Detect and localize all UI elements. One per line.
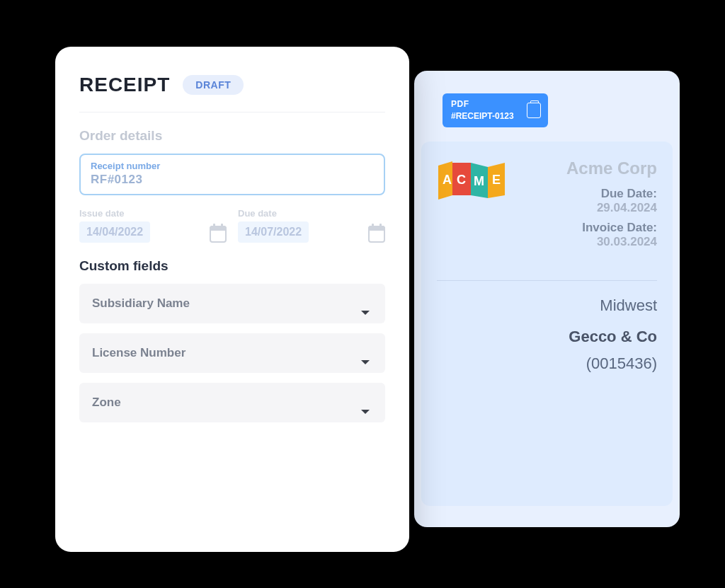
due-date-input[interactable]: Due date 14/07/2022 [238, 208, 385, 243]
pdf-type-label: PDF [451, 99, 514, 110]
due-date-label: Due date [238, 208, 309, 219]
svg-text:E: E [492, 173, 501, 187]
receipt-form-card: RECEIPT DRAFT Order details Receipt numb… [55, 47, 409, 552]
preview-client-name: Gecco & Co [437, 328, 657, 346]
page-title: RECEIPT [79, 74, 170, 96]
calendar-icon[interactable] [210, 226, 227, 243]
chevron-down-icon [361, 360, 370, 364]
preview-invoice-date-value: 30.03.2024 [520, 235, 657, 249]
preview-due-date-value: 29.04.2024 [520, 201, 657, 215]
license-select-label: License Number [92, 346, 185, 359]
subsidiary-select[interactable]: Subsidiary Name [79, 284, 385, 323]
svg-text:C: C [457, 173, 466, 187]
pdf-filename: #RECEIPT-0123 [451, 111, 514, 122]
issue-date-input[interactable]: Issue date 14/04/2022 [79, 208, 227, 243]
calendar-icon[interactable] [368, 226, 385, 243]
pdf-file-chip[interactable]: PDF #RECEIPT-0123 [443, 93, 548, 127]
due-date-value: 14/07/2022 [238, 221, 309, 243]
preview-region: Midwest [437, 296, 657, 315]
preview-client-id: (0015436) [437, 354, 657, 373]
preview-due-date-label: Due Date: [520, 187, 657, 201]
document-preview-body: A C M E Acme Corp Due Date: 29.04.2024 I… [421, 142, 673, 506]
zone-select-label: Zone [92, 396, 121, 409]
subsidiary-select-label: Subsidiary Name [92, 296, 190, 310]
license-select[interactable]: License Number [79, 333, 385, 373]
status-badge: DRAFT [183, 75, 244, 95]
preview-company-name: Acme Corp [520, 158, 657, 178]
svg-text:M: M [474, 174, 484, 188]
order-details-heading: Order details [79, 128, 385, 144]
trash-icon[interactable] [527, 103, 541, 118]
issue-date-value: 14/04/2022 [79, 221, 150, 243]
acme-logo: A C M E [437, 158, 508, 204]
receipt-number-label: Receipt number [91, 161, 374, 171]
divider [79, 112, 385, 113]
zone-select[interactable]: Zone [79, 383, 385, 422]
preview-invoice-date-label: Invoice Date: [520, 221, 657, 235]
receipt-number-input[interactable]: Receipt number RF#0123 [79, 154, 385, 195]
custom-fields-heading: Custom fields [79, 258, 385, 274]
preview-divider [437, 280, 657, 281]
document-preview-card: PDF #RECEIPT-0123 A C M E Acme Corp [414, 71, 680, 527]
receipt-number-value: RF#0123 [91, 173, 142, 186]
svg-text:A: A [443, 173, 452, 187]
issue-date-label: Issue date [79, 208, 150, 219]
chevron-down-icon [361, 311, 370, 315]
chevron-down-icon [361, 410, 370, 414]
